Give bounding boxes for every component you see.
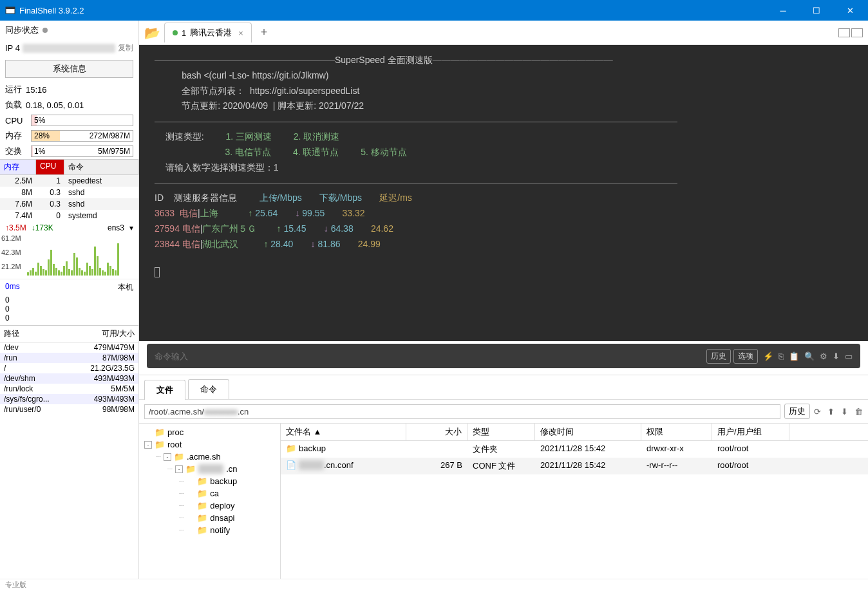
app-title: FinalShell 3.9.2.2 [19, 6, 770, 15]
swap-label: 交换 [5, 145, 27, 157]
file-panel: 文件 命令 /root/.acme.sh/xxxxxxxx.cn 历史 ⟳ ⬆ … [139, 375, 868, 579]
command-input[interactable] [155, 351, 704, 361]
tree-item[interactable]: ┈ 📁 deploy [142, 500, 278, 512]
file-list-header: 文件名 ▲ 大小 类型 修改时间 权限 用户/用户组 [281, 424, 868, 441]
paste-icon[interactable]: 📋 [789, 351, 799, 361]
tree-item[interactable]: ┈ 📁 ca [142, 487, 278, 500]
col-mem[interactable]: 内存 [0, 160, 36, 174]
grid-view-icon[interactable] [838, 28, 850, 37]
path-row[interactable]: /run87M/98M [0, 353, 138, 363]
col-size[interactable]: 大小 [406, 424, 467, 440]
download-file-icon[interactable]: ⬇ [841, 407, 848, 416]
tabbar: 📂 1 腾讯云香港 × + [139, 21, 868, 45]
col-user[interactable]: 用户/用户组 [712, 424, 789, 440]
path-row[interactable]: /run/lock5M/5M [0, 384, 138, 394]
minimize-button[interactable]: ─ [770, 0, 796, 21]
uptime-value: 15:16 [26, 85, 47, 95]
size-col[interactable]: 可用/大小 [98, 326, 138, 342]
path-row[interactable]: /dev/shm493M/493M [0, 373, 138, 384]
net-upload: ↑3.5M [5, 223, 26, 232]
file-row[interactable]: 📁backup文件夹2021/11/28 15:42drwxr-xr-xroot… [281, 441, 868, 458]
download-icon[interactable]: ⬇ [833, 351, 840, 361]
upload-icon[interactable]: ⬆ [827, 407, 835, 416]
load-label: 负载 [5, 99, 22, 111]
maximize-button[interactable]: ☐ [804, 0, 829, 21]
net-interface[interactable]: ens3 [108, 223, 124, 232]
chevron-down-icon[interactable]: ▾ [129, 223, 133, 232]
gear-icon[interactable]: ⚙ [820, 351, 827, 361]
process-row[interactable]: 7.4M0systemd [0, 210, 138, 221]
file-row[interactable]: 📄xxxxxx.cn.conf267 BCONF 文件2021/11/28 15… [281, 458, 868, 474]
swap-bar: 1%5M/975M [31, 145, 133, 157]
copy-button[interactable]: 复制 [118, 42, 133, 53]
mem-bar: 28%272M/987M [31, 130, 133, 142]
sidebar: 同步状态 IP 4 复制 系统信息 运行 15:16 负载 0.18, 0.05… [0, 21, 139, 579]
terminal[interactable]: ————————————————————SuperSpeed 全面测速版————… [139, 45, 868, 341]
load-value: 0.18, 0.05, 0.01 [26, 100, 84, 110]
tree-item[interactable]: ┈ 📁 dnsapi [142, 512, 278, 524]
sync-label: 同步状态 [5, 24, 39, 36]
fullscreen-icon[interactable]: ▭ [845, 351, 853, 361]
app-icon [5, 5, 15, 15]
system-info-button[interactable]: 系统信息 [5, 60, 133, 78]
process-row[interactable]: 2.5M1speedtest [0, 175, 138, 187]
col-type[interactable]: 类型 [467, 424, 535, 440]
path-row[interactable]: /21.2G/23.5G [0, 363, 138, 373]
ip-value-redacted [23, 44, 115, 53]
file-tree[interactable]: 📁 proc- 📁 root ┈- 📁 .acme.sh ┈- 📁 xxxxxx… [139, 424, 281, 579]
sync-status-dot [42, 28, 48, 33]
tree-item[interactable]: 📁 proc [142, 426, 278, 438]
process-row[interactable]: 7.6M0.3sshd [0, 198, 138, 210]
options-button[interactable]: 选项 [733, 349, 758, 364]
svg-rect-1 [6, 7, 15, 9]
footer: 专业版 [0, 579, 868, 589]
tree-item[interactable]: ┈ 📁 notify [142, 524, 278, 536]
new-tab-button[interactable]: + [256, 23, 273, 42]
refresh-icon[interactable]: ⟳ [814, 407, 821, 416]
status-dot-icon [173, 30, 178, 35]
history-button[interactable]: 历史 [706, 349, 731, 364]
file-tab[interactable]: 文件 [144, 380, 185, 400]
tree-item[interactable]: ┈ 📁 backup [142, 475, 278, 487]
close-tab-icon[interactable]: × [238, 28, 243, 38]
path-col[interactable]: 路径 [0, 326, 98, 342]
ip-label: IP 4 [5, 43, 20, 53]
tree-item[interactable]: ┈- 📁 .acme.sh [142, 451, 278, 463]
path-row[interactable]: /sys/fs/cgro...493M/493M [0, 394, 138, 404]
folder-open-icon[interactable]: 📂 [144, 25, 160, 41]
path-row[interactable]: /run/user/098M/98M [0, 404, 138, 415]
cpu-bar: 5% [31, 115, 133, 126]
process-row[interactable]: 8M0.3sshd [0, 187, 138, 198]
ping-ms: 0ms [5, 282, 20, 293]
path-input[interactable]: /root/.acme.sh/xxxxxxxx.cn [144, 404, 780, 419]
uptime-label: 运行 [5, 84, 22, 95]
tree-item[interactable]: ┈- 📁 xxxxxx.cn [142, 463, 278, 475]
col-cpu[interactable]: CPU [36, 160, 64, 174]
tree-item[interactable]: - 📁 root [142, 438, 278, 451]
col-date[interactable]: 修改时间 [535, 424, 641, 440]
delete-icon[interactable]: 🗑 [854, 407, 863, 416]
copy-icon[interactable]: ⎘ [778, 351, 784, 361]
lightning-icon[interactable]: ⚡ [763, 351, 773, 361]
mem-label: 内存 [5, 130, 27, 142]
connection-tab[interactable]: 1 腾讯云香港 × [164, 23, 252, 42]
command-input-bar: 历史 选项 ⚡ ⎘ 📋 🔍 ⚙ ⬇ ▭ [147, 344, 860, 368]
col-cmd[interactable]: 命令 [64, 160, 138, 174]
col-filename[interactable]: 文件名 ▲ [281, 424, 406, 440]
path-history-button[interactable]: 历史 [784, 404, 810, 419]
col-perm[interactable]: 权限 [641, 424, 712, 440]
cpu-label: CPU [5, 116, 27, 126]
process-header: 内存 CPU 命令 [0, 159, 138, 175]
search-icon[interactable]: 🔍 [804, 351, 815, 361]
command-tab[interactable]: 命令 [188, 379, 229, 399]
path-row[interactable]: /dev479M/479M [0, 342, 138, 353]
net-download: ↓173K [32, 223, 53, 232]
titlebar: FinalShell 3.9.2.2 ─ ☐ ✕ [0, 0, 868, 21]
close-button[interactable]: ✕ [837, 0, 863, 21]
network-chart: 61.2M 42.3M 21.2M [0, 234, 138, 279]
ping-local: 本机 [118, 282, 133, 293]
list-view-icon[interactable] [851, 28, 863, 37]
